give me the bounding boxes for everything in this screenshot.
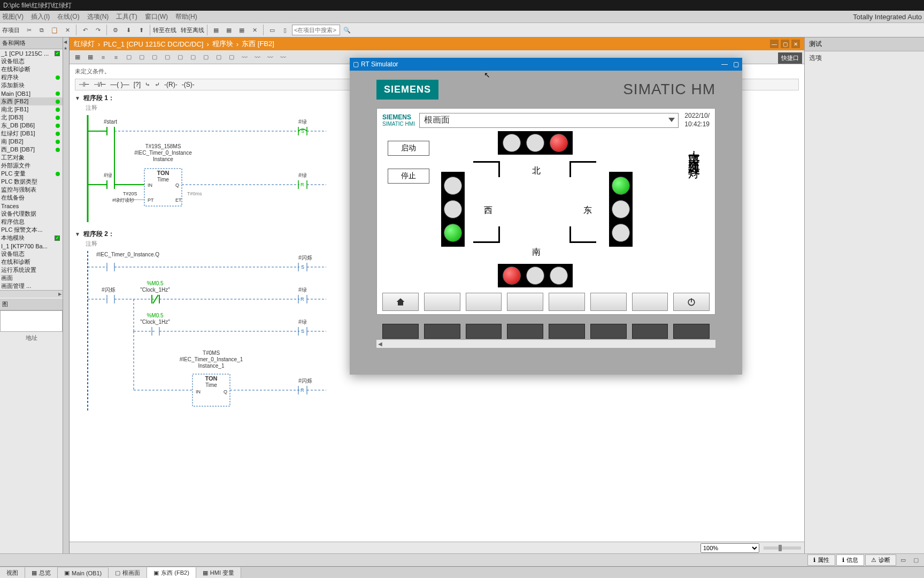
tree-item[interactable]: 南 [DB2] [0,138,63,146]
rt-titlebar[interactable]: ▢ RT Simulator — ▢ [350,58,742,71]
ed-icon[interactable]: ▢ [136,51,148,63]
tree-item[interactable]: 工艺对象 [0,154,63,162]
tree-item[interactable]: 画面 [0,274,63,282]
elem-branch-open-icon[interactable]: ⤷ [145,81,150,88]
fkey[interactable] [632,293,668,311]
tree-item[interactable]: PLC 数据类型 [0,178,63,186]
zoom-slider[interactable] [764,546,801,550]
tab-info[interactable]: ℹ信息 [836,554,864,566]
redo-icon[interactable]: ↷ [92,24,104,36]
copy-icon[interactable]: ⧉ [36,24,48,36]
project-tree[interactable]: 备和网络 _1 [CPU 1215C ...✓设备组态在线和诊断程序块添加新块M… [0,37,63,553]
elem-coil-icon[interactable]: —( )— [110,81,129,88]
elem-box-icon[interactable]: [?] [134,81,141,88]
fkey-home[interactable] [382,293,419,311]
tree-item[interactable]: 外部源文件 [0,162,63,170]
tree-item[interactable]: I_1 [KTP700 Ba... [0,242,63,250]
crumb-fb[interactable]: 东西 [FB2] [242,39,274,49]
tab-main-ob1[interactable]: ▣Main (OB1) [58,568,109,578]
elem-nocontact-icon[interactable]: ⊣⊢ [79,81,89,88]
fkey-dark[interactable] [466,324,502,339]
tab-root-screen[interactable]: ▢根画面 [109,567,147,578]
download-icon[interactable]: ⬇ [122,24,134,36]
fkey-dark[interactable] [590,324,627,339]
ed-icon[interactable]: ▢ [174,51,186,63]
tree-item[interactable]: 画面管理 ... [0,282,63,290]
ed-icon[interactable]: ▦ [72,51,83,63]
tree-item[interactable]: 红绿灯 [DB1] [0,130,63,138]
tree-item[interactable]: 设备组态 [0,250,63,258]
tool-icon-2[interactable]: ▦ [223,24,235,36]
tree-item[interactable]: PLC 报警文本... [0,226,63,234]
tree-item[interactable]: _1 [CPU 1215C ...✓ [0,49,63,57]
upload-icon[interactable]: ⬆ [135,24,147,36]
go-offline-button[interactable]: 转至离线 [181,26,204,34]
tool-icon-3[interactable]: ▦ [236,24,248,36]
ed-icon[interactable]: ▢ [149,51,160,63]
zoom-select[interactable]: 100% [700,543,759,553]
right-options-label[interactable]: 选项 [805,51,924,65]
fkey[interactable] [507,293,543,311]
tree-item[interactable]: 添加新块 [0,81,63,89]
crumb-plc[interactable]: PLC_1 [CPU 1215C DC/DC/DC] [103,40,203,48]
ed-icon[interactable]: 〰 [277,51,289,63]
editor-max-icon[interactable]: ▢ [781,40,789,48]
tool-icon-4[interactable]: ✕ [249,24,260,36]
save-project-button[interactable]: 存项目 [2,26,20,34]
menu-tools[interactable]: 工具(T) [116,12,137,21]
tree-item[interactable]: 程序信息 [0,218,63,226]
menu-view[interactable]: 视图(V) [2,12,24,21]
elem-branch-close-icon[interactable]: ⤶ [155,81,160,88]
project-search-input[interactable] [292,25,340,35]
ed-icon[interactable]: ▢ [123,51,135,63]
ed-icon[interactable]: ▢ [200,51,212,63]
ed-icon[interactable]: ▢ [161,51,173,63]
menu-insert[interactable]: 插入(I) [31,12,50,21]
ed-icon[interactable]: ≡ [97,51,109,63]
editor-min-icon[interactable]: — [770,40,779,48]
fkey-dark[interactable] [549,324,585,339]
tab-properties[interactable]: ℹ属性 [807,554,835,566]
screen-selector[interactable]: 根画面 [419,113,679,128]
compile-icon[interactable]: ⚙ [110,24,121,36]
ed-icon[interactable]: 〰 [264,51,276,63]
tab-ew-fb2[interactable]: ▣东西 (FB2) [147,567,196,578]
crumb-project[interactable]: 红绿灯 [74,39,95,49]
fkey[interactable] [466,293,502,311]
ed-icon[interactable]: ▢ [187,51,199,63]
tree-item[interactable]: PLC 变量 [0,170,63,178]
rt-hscroll[interactable]: ◀ [376,339,715,348]
fkey-dark[interactable] [632,324,668,339]
menu-help[interactable]: 帮助(H) [175,12,197,21]
ed-icon[interactable]: 〰 [251,51,263,63]
tree-hscroll[interactable] [0,290,63,298]
elem-reset-icon[interactable]: -(R)- [164,81,178,88]
ed-icon[interactable]: ≡ [110,51,122,63]
menu-online[interactable]: 在线(O) [57,12,79,21]
rt-simulator-window[interactable]: ▢ RT Simulator — ▢ SIEMENS SIMATIC HM SI… [350,58,742,375]
elem-set-icon[interactable]: -(S)- [182,81,195,88]
fkey[interactable] [549,293,585,311]
tree-item[interactable]: 程序块 [0,73,63,81]
fkey[interactable] [424,293,460,311]
ed-icon[interactable]: ▦ [84,51,96,63]
split-v-icon[interactable]: ▯ [279,24,291,36]
tree-item[interactable]: 设备组态 [0,57,63,65]
tab-view[interactable]: 视图 [0,567,25,578]
tree-item[interactable]: 设备代理数据 [0,210,63,218]
right-tab-test[interactable]: 测试 [805,37,924,51]
tab-diagnostics[interactable]: ⚠诊断 [865,554,896,566]
menu-options[interactable]: 选项(N) [87,12,109,21]
fkey-dark[interactable] [382,324,419,339]
collapse-icon[interactable]: ▼ [75,95,80,101]
menu-window[interactable]: 窗口(W) [145,12,168,21]
tree-item[interactable]: 监控与强制表 [0,186,63,194]
collapse-icon[interactable]: ▼ [75,231,80,237]
gutter-collapse-icon[interactable]: ◀ [64,40,69,45]
fkey-dark[interactable] [424,324,460,339]
gutter-star-icon[interactable]: ★ [64,46,69,51]
rt-min-icon[interactable]: — [721,60,728,68]
crumb-blocks[interactable]: 程序块 [212,39,233,49]
tab-hmi-vars[interactable]: ▦HMI 变量 [196,567,241,578]
tree-item[interactable]: 东_DB [DB6] [0,121,63,130]
